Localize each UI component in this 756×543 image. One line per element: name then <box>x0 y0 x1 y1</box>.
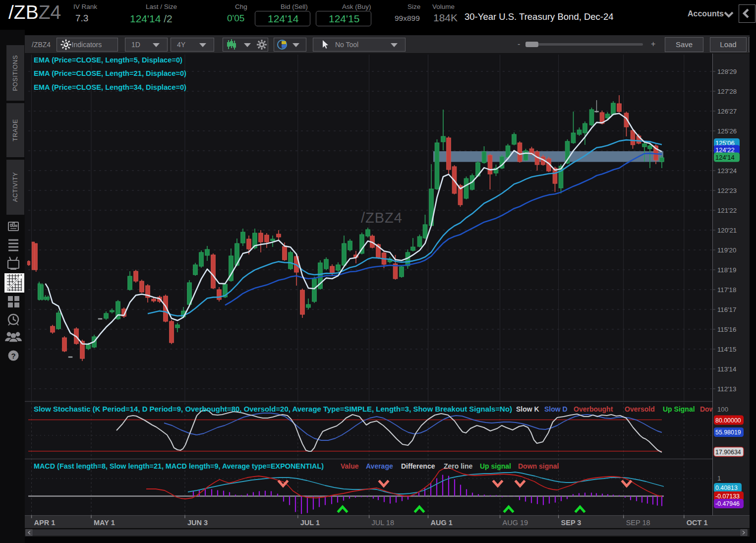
svg-text:Oversold: Oversold <box>625 405 655 413</box>
svg-text:113'14: 113'14 <box>717 365 736 373</box>
svg-text:-0.47946: -0.47946 <box>715 500 740 507</box>
svg-text:117'18: 117'18 <box>717 286 736 294</box>
svg-text:Up signal: Up signal <box>480 462 511 470</box>
svg-text:100: 100 <box>717 406 728 413</box>
svg-text:124'14: 124'14 <box>715 154 735 161</box>
svg-text:JUN 3: JUN 3 <box>187 519 208 527</box>
svg-text:MACD (Fast length=8, Slow leng: MACD (Fast length=8, Slow length=21, MAC… <box>34 462 324 470</box>
svg-text:Average: Average <box>366 462 393 470</box>
svg-text:OCT 1: OCT 1 <box>687 519 708 527</box>
svg-text:Difference: Difference <box>401 462 435 470</box>
svg-text:121'22: 121'22 <box>717 207 737 214</box>
svg-text:1: 1 <box>717 475 721 482</box>
svg-text:123'24: 123'24 <box>717 167 737 175</box>
svg-text:Slow D: Slow D <box>544 405 568 413</box>
svg-text:127'28: 127'28 <box>717 88 737 95</box>
svg-text:MAY 1: MAY 1 <box>94 519 115 527</box>
svg-text:JUL 1: JUL 1 <box>300 519 320 527</box>
svg-text:125'26: 125'26 <box>717 127 737 135</box>
svg-text:128'29: 128'29 <box>717 68 737 75</box>
svg-text:SEP 3: SEP 3 <box>561 519 582 527</box>
svg-text:112'13: 112'13 <box>717 385 736 393</box>
svg-text:115'16: 115'16 <box>717 326 736 333</box>
svg-text:Slow Stochastic (K Period=14,: Slow Stochastic (K Period=14, D Period=9… <box>34 405 512 413</box>
svg-text:126'27: 126'27 <box>717 108 737 115</box>
svg-text:116'17: 116'17 <box>717 306 736 313</box>
svg-text:/ZBZ4: /ZBZ4 <box>361 210 403 226</box>
svg-text:55.98019: 55.98019 <box>715 429 741 436</box>
svg-text:120'21: 120'21 <box>717 227 737 234</box>
svg-text:122'23: 122'23 <box>717 187 737 194</box>
svg-text:AUG 1: AUG 1 <box>431 519 453 527</box>
svg-text:17.90634: 17.90634 <box>715 449 741 456</box>
svg-text:Value: Value <box>341 462 359 470</box>
svg-text:124'22: 124'22 <box>715 146 735 154</box>
svg-text:AUG 19: AUG 19 <box>503 519 528 527</box>
svg-text:80.00000: 80.00000 <box>715 417 741 424</box>
svg-text:-0.07133: -0.07133 <box>715 493 740 500</box>
svg-text:APR 1: APR 1 <box>34 519 56 527</box>
svg-text:EMA (Price=CLOSE, Length=34, D: EMA (Price=CLOSE, Length=34, Displace=0) <box>34 83 186 91</box>
svg-text:Slow K: Slow K <box>516 405 539 413</box>
svg-text:Overbought: Overbought <box>574 405 613 413</box>
svg-text:Zero line: Zero line <box>444 462 473 470</box>
svg-text:EMA (Price=CLOSE, Length=5, Di: EMA (Price=CLOSE, Length=5, Displace=0) <box>34 56 182 64</box>
svg-text:SEP 18: SEP 18 <box>626 519 650 527</box>
svg-text:0.40813: 0.40813 <box>715 484 738 491</box>
svg-text:EMA (Price=CLOSE, Length=21, D: EMA (Price=CLOSE, Length=21, Displace=0) <box>34 69 186 77</box>
svg-text:Up Signal: Up Signal <box>663 405 695 413</box>
svg-text:Down signal: Down signal <box>518 462 559 470</box>
svg-text:114'15: 114'15 <box>717 346 736 353</box>
svg-text:119'20: 119'20 <box>717 246 736 254</box>
svg-text:JUL 18: JUL 18 <box>372 519 394 527</box>
svg-text:118'19: 118'19 <box>717 266 736 274</box>
